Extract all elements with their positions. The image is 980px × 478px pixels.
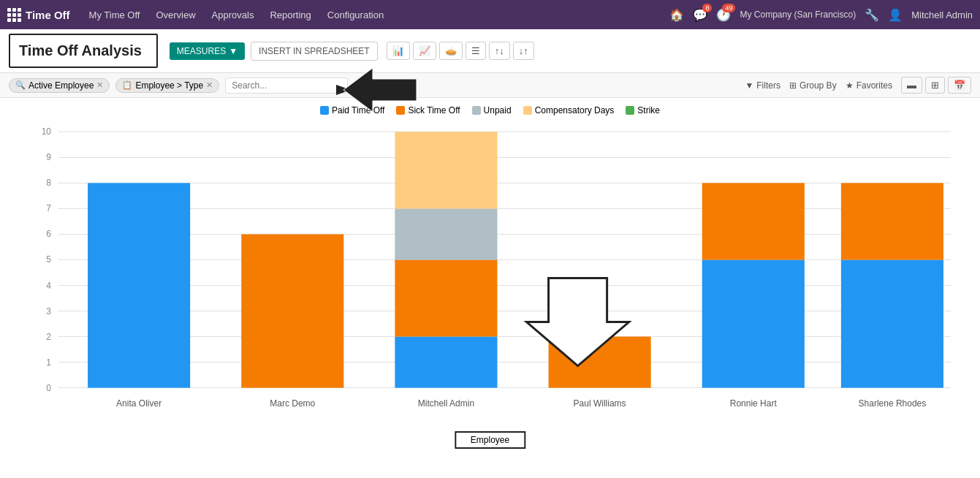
groupby-button[interactable]: ⊞ Group By bbox=[789, 80, 837, 91]
filter-icon: 🔍 bbox=[15, 80, 26, 90]
title-box: Time Off Analysis bbox=[9, 34, 158, 68]
navbar-right: 🏠 💬 8 🕐 49 My Company (San Francisco) 🔧 … bbox=[669, 8, 973, 22]
bar-ronnie-paid[interactable] bbox=[702, 259, 805, 387]
chart-type-icons: ▬ ⊞ 📅 bbox=[901, 77, 971, 94]
star-icon: ★ bbox=[846, 80, 854, 91]
legend-label-strike: Strike bbox=[637, 105, 660, 115]
filter-tag-employee-type[interactable]: 📋 Employee > Type ✕ bbox=[115, 78, 219, 93]
filter-icon-2: 📋 bbox=[122, 80, 132, 90]
measures-label: MEASURES bbox=[177, 46, 226, 56]
filter-controls: ▼ Filters ⊞ Group By ★ Favorites ▬ ⊞ 📅 bbox=[745, 77, 971, 94]
chat-icon[interactable]: 💬 8 bbox=[693, 8, 707, 22]
svg-text:5: 5 bbox=[46, 254, 51, 265]
svg-text:Ronnie Hart: Ronnie Hart bbox=[730, 398, 778, 409]
navbar: Time Off My Time Off Overview Approvals … bbox=[0, 0, 980, 29]
filter-tag-remove-2[interactable]: ✕ bbox=[206, 80, 213, 90]
legend-dot-strike bbox=[626, 106, 634, 115]
bar-mitchell-unpaid[interactable] bbox=[395, 208, 497, 259]
filter-tag-remove-1[interactable]: ✕ bbox=[96, 80, 103, 90]
svg-text:0: 0 bbox=[46, 383, 51, 393]
bar-chart-svg: 10 9 8 7 6 5 4 3 2 1 0 Anita Oliver Marc… bbox=[15, 120, 965, 429]
filters-label: Filters bbox=[756, 80, 780, 91]
user-avatar[interactable]: 👤 bbox=[888, 8, 903, 22]
nav-approvals[interactable]: Approvals bbox=[205, 7, 262, 23]
legend-label-comp: Compensatory Days bbox=[535, 105, 615, 115]
legend-sick-time-off: Sick Time Off bbox=[396, 105, 460, 115]
table-icon[interactable]: ☰ bbox=[466, 42, 486, 60]
view-icons: 📊 📈 🥧 ☰ ↑↓ ↓↑ bbox=[387, 42, 534, 60]
svg-text:6: 6 bbox=[46, 229, 51, 239]
brand-label: Time Off bbox=[26, 9, 70, 21]
svg-text:10: 10 bbox=[42, 126, 52, 137]
bar-sharlene-paid[interactable] bbox=[841, 259, 943, 387]
insert-label: INSERT IN SPREADSHEET bbox=[259, 46, 370, 56]
bar-ronnie-sick[interactable] bbox=[702, 183, 805, 259]
svg-text:Marc Demo: Marc Demo bbox=[270, 398, 315, 409]
bar-chart-icon[interactable]: 📊 bbox=[387, 42, 410, 60]
chart-grid-view[interactable]: ⊞ bbox=[925, 77, 945, 94]
filterbar: 🔍 Active Employee ✕ 📋 Employee > Type ✕ … bbox=[0, 73, 980, 98]
svg-text:Mitchell Admin: Mitchell Admin bbox=[418, 398, 474, 409]
legend-dot-unpaid bbox=[472, 106, 481, 115]
bar-anita-paid[interactable] bbox=[88, 183, 190, 387]
legend-unpaid: Unpaid bbox=[472, 105, 512, 115]
chart-calendar-view[interactable]: 📅 bbox=[948, 77, 971, 94]
legend-label-unpaid: Unpaid bbox=[484, 105, 512, 115]
groupby-label: Group By bbox=[799, 80, 837, 91]
legend-dot-paid bbox=[320, 106, 329, 115]
nav-my-time-off[interactable]: My Time Off bbox=[82, 7, 148, 23]
employee-label-box: Employee bbox=[455, 431, 525, 449]
main-nav: My Time Off Overview Approvals Reporting… bbox=[82, 7, 392, 23]
bar-mitchell-sick[interactable] bbox=[395, 259, 497, 336]
chart-legend: Paid Time Off Sick Time Off Unpaid Compe… bbox=[15, 105, 965, 115]
home-icon[interactable]: 🏠 bbox=[669, 8, 684, 22]
svg-text:3: 3 bbox=[46, 306, 51, 316]
chart-bar-view[interactable]: ▬ bbox=[901, 77, 922, 94]
measures-button[interactable]: MEASURES ▼ bbox=[170, 42, 245, 60]
favorites-label: Favorites bbox=[856, 80, 892, 91]
bar-sharlene-sick[interactable] bbox=[841, 183, 943, 259]
sort-asc-icon[interactable]: ↑↓ bbox=[489, 42, 510, 60]
nav-overview[interactable]: Overview bbox=[148, 7, 202, 23]
legend-dot-comp bbox=[523, 106, 532, 115]
legend-strike: Strike bbox=[626, 105, 660, 115]
bar-marc-sick[interactable] bbox=[241, 234, 343, 387]
settings-icon[interactable]: 🔧 bbox=[865, 8, 879, 22]
line-chart-icon[interactable]: 📈 bbox=[413, 42, 436, 60]
svg-text:Sharlene Rhodes: Sharlene Rhodes bbox=[859, 398, 927, 409]
svg-text:8: 8 bbox=[46, 178, 51, 188]
svg-text:7: 7 bbox=[46, 203, 51, 213]
chart-area: Paid Time Off Sick Time Off Unpaid Compe… bbox=[0, 98, 980, 456]
grid-icon bbox=[7, 8, 21, 22]
measures-dropdown-icon: ▼ bbox=[229, 46, 238, 56]
filter-tag-label-1: Active Employee bbox=[29, 80, 94, 91]
legend-label-sick: Sick Time Off bbox=[408, 105, 460, 115]
filters-button[interactable]: ▼ Filters bbox=[745, 80, 780, 91]
filter-funnel-icon: ▼ bbox=[745, 80, 753, 91]
favorites-button[interactable]: ★ Favorites bbox=[846, 80, 892, 91]
bar-mitchell-paid[interactable] bbox=[395, 337, 497, 388]
search-input[interactable] bbox=[225, 77, 348, 94]
sort-desc-icon[interactable]: ↓↑ bbox=[513, 42, 534, 60]
bar-mitchell-comp[interactable] bbox=[395, 132, 497, 208]
page-title: Time Off Analysis bbox=[19, 42, 142, 58]
svg-text:4: 4 bbox=[46, 281, 51, 291]
clock-icon[interactable]: 🕐 49 bbox=[716, 8, 731, 22]
user-name: Mitchell Admin bbox=[911, 10, 973, 20]
svg-text:2: 2 bbox=[46, 332, 51, 342]
alerts-badge: 49 bbox=[722, 4, 735, 12]
company-name: My Company (San Francisco) bbox=[740, 10, 856, 20]
svg-text:1: 1 bbox=[46, 357, 51, 368]
toolbar: Time Off Analysis MEASURES ▼ INSERT IN S… bbox=[0, 29, 980, 73]
pie-chart-icon[interactable]: 🥧 bbox=[439, 42, 463, 60]
svg-text:9: 9 bbox=[46, 152, 51, 162]
x-axis-label: Employee bbox=[471, 435, 509, 445]
nav-configuration[interactable]: Configuration bbox=[320, 7, 391, 23]
filter-tag-active-employee[interactable]: 🔍 Active Employee ✕ bbox=[9, 78, 110, 93]
brand[interactable]: Time Off bbox=[7, 8, 70, 22]
nav-reporting[interactable]: Reporting bbox=[262, 7, 318, 23]
svg-text:Paul Williams: Paul Williams bbox=[574, 398, 626, 409]
groupby-icon: ⊞ bbox=[789, 80, 797, 91]
insert-spreadsheet-button[interactable]: INSERT IN SPREADSHEET bbox=[251, 42, 378, 61]
svg-text:Anita Oliver: Anita Oliver bbox=[116, 398, 162, 409]
